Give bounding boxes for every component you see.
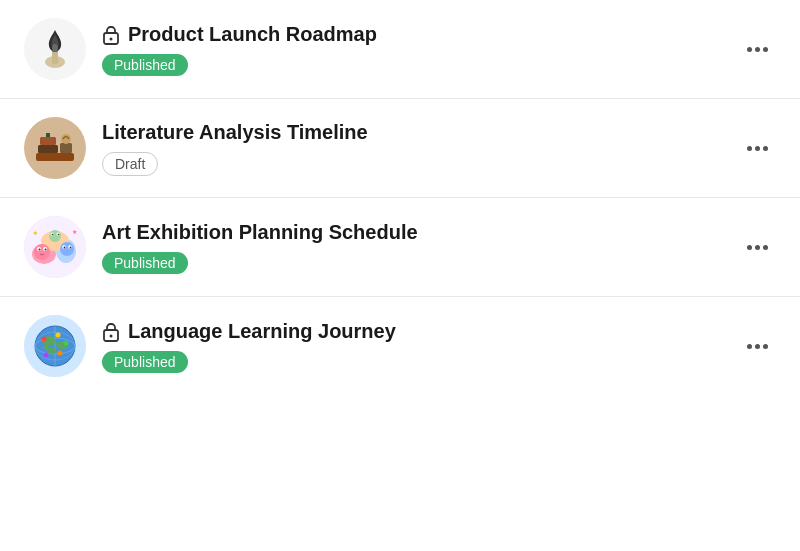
dot-2	[755, 146, 760, 151]
avatar	[24, 18, 86, 80]
svg-point-47	[44, 353, 49, 358]
more-options-button[interactable]	[739, 237, 776, 258]
svg-point-46	[58, 351, 63, 356]
svg-point-20	[39, 249, 41, 251]
avatar	[24, 117, 86, 179]
list-item: Product Launch Roadmap Published	[0, 0, 800, 99]
dot-3	[763, 47, 768, 52]
svg-point-30	[52, 234, 54, 236]
status-badge: Published	[102, 54, 188, 76]
item-title: Literature Analysis Timeline	[102, 121, 723, 144]
svg-rect-9	[60, 143, 72, 153]
list-item: ✦ ★ Art Exhibition Planning Schedule Pub…	[0, 198, 800, 297]
item-title-text: Art Exhibition Planning Schedule	[102, 221, 418, 244]
dot-3	[763, 245, 768, 250]
dot-1	[747, 47, 752, 52]
item-content: Literature Analysis Timeline Draft	[102, 121, 723, 176]
item-content: Product Launch Roadmap Published	[102, 23, 723, 76]
svg-rect-10	[40, 137, 56, 145]
status-badge: Draft	[102, 152, 158, 176]
svg-point-49	[110, 335, 113, 338]
svg-text:✦: ✦	[32, 229, 39, 238]
lock-icon	[102, 322, 120, 340]
dot-3	[763, 344, 768, 349]
svg-point-27	[49, 230, 61, 242]
svg-point-43	[42, 337, 47, 342]
dot-2	[755, 344, 760, 349]
item-title-text: Language Learning Journey	[128, 320, 396, 343]
svg-point-22	[60, 242, 74, 256]
svg-point-17	[34, 244, 50, 260]
svg-point-26	[70, 247, 72, 249]
list-item: Literature Analysis Timeline Draft	[0, 99, 800, 198]
item-title: Product Launch Roadmap	[102, 23, 723, 46]
svg-point-11	[61, 134, 71, 144]
projects-list: Product Launch Roadmap Published	[0, 0, 800, 395]
svg-point-21	[45, 249, 47, 251]
item-title-text: Product Launch Roadmap	[128, 23, 377, 46]
svg-rect-7	[36, 153, 74, 161]
svg-point-5	[110, 38, 113, 41]
avatar: ✦ ★	[24, 216, 86, 278]
dot-2	[755, 245, 760, 250]
list-item: Language Learning Journey Published	[0, 297, 800, 395]
item-content: Art Exhibition Planning Schedule Publish…	[102, 221, 723, 274]
item-title: Art Exhibition Planning Schedule	[102, 221, 723, 244]
dot-1	[747, 146, 752, 151]
lock-icon	[102, 25, 120, 43]
dot-1	[747, 344, 752, 349]
more-options-button[interactable]	[739, 39, 776, 60]
dot-1	[747, 245, 752, 250]
more-options-button[interactable]	[739, 138, 776, 159]
avatar	[24, 315, 86, 377]
item-title: Language Learning Journey	[102, 320, 723, 343]
svg-point-44	[56, 333, 61, 338]
svg-rect-8	[38, 145, 58, 153]
svg-point-31	[58, 234, 60, 236]
svg-point-25	[64, 247, 66, 249]
item-content: Language Learning Journey Published	[102, 320, 723, 373]
item-title-text: Literature Analysis Timeline	[102, 121, 368, 144]
svg-point-42	[43, 346, 49, 351]
more-options-button[interactable]	[739, 336, 776, 357]
svg-rect-12	[46, 133, 50, 137]
status-badge: Published	[102, 351, 188, 373]
svg-text:★: ★	[72, 229, 77, 235]
dot-3	[763, 146, 768, 151]
svg-point-3	[52, 44, 58, 52]
dot-2	[755, 47, 760, 52]
status-badge: Published	[102, 252, 188, 274]
svg-point-45	[64, 341, 69, 346]
